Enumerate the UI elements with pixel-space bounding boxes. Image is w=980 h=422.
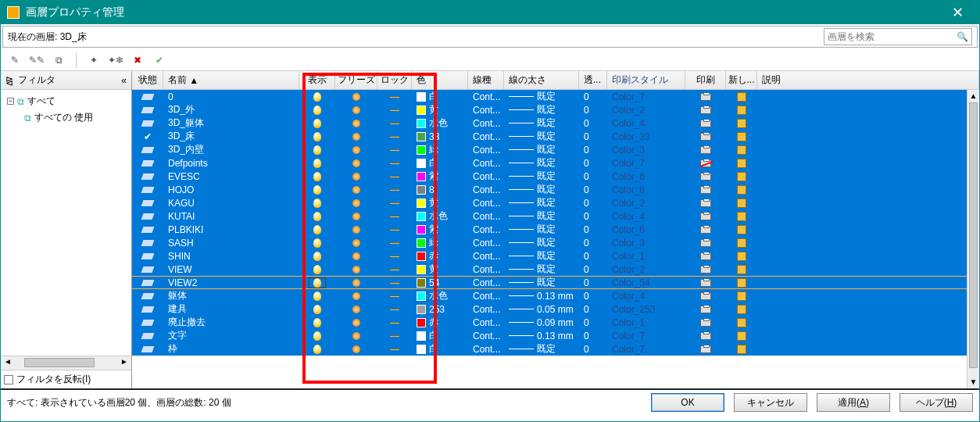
- newvp-icon[interactable]: [737, 345, 746, 354]
- plotstyle-cell[interactable]: Color_2: [607, 264, 685, 275]
- linetype-cell[interactable]: Cont...: [468, 171, 504, 182]
- color-cell[interactable]: 白: [412, 90, 468, 103]
- newvp-icon[interactable]: [737, 185, 746, 195]
- color-cell[interactable]: 33: [412, 131, 468, 142]
- layer-name[interactable]: SASH: [163, 238, 299, 249]
- close-button[interactable]: ✕: [942, 2, 973, 23]
- plotstyle-cell[interactable]: Color_8: [607, 184, 685, 195]
- set-current-button[interactable]: ✔: [150, 52, 169, 69]
- invert-filter-checkbox[interactable]: [4, 375, 13, 384]
- plotstyle-cell[interactable]: Color_1: [607, 251, 685, 262]
- table-row[interactable]: 枠白Cont...既定0Color_7: [132, 342, 979, 356]
- bulb-icon[interactable]: [313, 331, 321, 341]
- cancel-button[interactable]: キャンセル: [734, 393, 807, 412]
- table-row[interactable]: VIEW黄Cont...既定0Color_2: [132, 263, 979, 276]
- sun-icon[interactable]: [352, 345, 360, 353]
- newvp-icon[interactable]: [737, 198, 746, 208]
- color-cell[interactable]: 8: [412, 184, 468, 195]
- lock-icon[interactable]: [389, 309, 400, 310]
- newvp-icon[interactable]: [737, 252, 746, 261]
- bulb-icon[interactable]: [313, 318, 321, 327]
- plotstyle-cell[interactable]: Color_7: [607, 158, 685, 169]
- lock-icon[interactable]: [389, 189, 400, 191]
- printer-icon[interactable]: [700, 106, 711, 114]
- plotstyle-cell[interactable]: Color_4: [607, 291, 685, 302]
- transparency-cell[interactable]: 0: [579, 91, 607, 102]
- lineweight-cell[interactable]: 既定: [504, 249, 579, 263]
- color-cell[interactable]: 水色: [412, 116, 468, 130]
- layer-name[interactable]: KUTAI: [163, 211, 299, 222]
- table-row[interactable]: EVESC紫Cont...既定0Color_6: [132, 170, 979, 183]
- transparency-cell[interactable]: 0: [579, 145, 607, 156]
- apply-button[interactable]: 適用(A): [817, 393, 890, 412]
- color-cell[interactable]: 赤: [412, 316, 468, 329]
- plotstyle-cell[interactable]: Color_7: [607, 91, 685, 102]
- lineweight-cell[interactable]: 0.13 mm: [504, 331, 579, 342]
- linetype-cell[interactable]: Cont...: [468, 145, 504, 156]
- col-print[interactable]: 印刷: [685, 71, 726, 89]
- newvp-icon[interactable]: [737, 265, 746, 274]
- bulb-icon[interactable]: [313, 225, 321, 234]
- newvp-icon[interactable]: [737, 331, 746, 341]
- linetype-cell[interactable]: Cont...: [468, 238, 504, 249]
- plotstyle-cell[interactable]: Color_3: [607, 238, 685, 249]
- lock-icon[interactable]: [389, 176, 400, 177]
- printer-icon[interactable]: [700, 292, 711, 300]
- new-filter-button[interactable]: ✎: [5, 52, 24, 69]
- linetype-cell[interactable]: Cont...: [468, 317, 504, 328]
- table-row[interactable]: PLBKIKI紫Cont...既定0Color_6: [132, 223, 979, 236]
- bulb-icon[interactable]: [313, 159, 321, 168]
- col-newvp[interactable]: 新し...: [726, 71, 757, 89]
- newvp-icon[interactable]: [737, 212, 746, 221]
- lock-icon[interactable]: [389, 269, 400, 270]
- collapse-button[interactable]: «: [121, 75, 127, 86]
- printer-icon[interactable]: [700, 93, 711, 101]
- lineweight-cell[interactable]: 既定: [504, 143, 579, 156]
- table-row[interactable]: ✔3D_床33Cont...既定0Color_33: [132, 130, 979, 143]
- plotstyle-cell[interactable]: Color_3: [607, 145, 685, 156]
- printer-icon[interactable]: [700, 186, 711, 194]
- col-color[interactable]: 色: [412, 71, 468, 89]
- lineweight-cell[interactable]: 既定: [504, 183, 579, 196]
- bulb-icon[interactable]: [313, 92, 321, 102]
- color-cell[interactable]: 紫: [412, 170, 468, 183]
- transparency-cell[interactable]: 0: [579, 344, 607, 355]
- lock-icon[interactable]: [389, 322, 400, 324]
- plotstyle-cell[interactable]: Color_6: [607, 224, 685, 235]
- transparency-cell[interactable]: 0: [579, 277, 607, 288]
- search-icon[interactable]: 🔍: [957, 31, 968, 42]
- new-group-button[interactable]: ✎✎: [27, 52, 46, 69]
- transparency-cell[interactable]: 0: [579, 251, 607, 262]
- plotstyle-cell[interactable]: Color_2: [607, 198, 685, 209]
- lock-icon[interactable]: [389, 229, 400, 231]
- tree-collapse-icon[interactable]: −: [7, 98, 14, 105]
- newvp-icon[interactable]: [737, 278, 746, 288]
- linetype-cell[interactable]: Cont...: [468, 331, 504, 342]
- help-button[interactable]: ヘルプ(H): [900, 393, 973, 412]
- sun-icon[interactable]: [352, 292, 360, 300]
- lineweight-cell[interactable]: 既定: [504, 170, 579, 183]
- table-row[interactable]: KAGU黄Cont...既定0Color_2: [132, 196, 979, 209]
- color-cell[interactable]: 赤: [412, 249, 468, 263]
- bulb-icon[interactable]: [309, 277, 326, 288]
- color-cell[interactable]: 黄: [412, 196, 468, 209]
- layer-name[interactable]: 3D_外: [163, 103, 299, 116]
- bulb-icon[interactable]: [313, 145, 321, 155]
- lineweight-cell[interactable]: 既定: [504, 342, 579, 356]
- lineweight-cell[interactable]: 0.13 mm: [504, 291, 579, 302]
- layer-name[interactable]: 躯体: [163, 289, 299, 302]
- col-transparency[interactable]: 透...: [579, 71, 607, 89]
- linetype-cell[interactable]: Cont...: [468, 198, 504, 209]
- bulb-icon[interactable]: [313, 198, 321, 208]
- layer-name[interactable]: 0: [163, 91, 299, 102]
- lock-icon[interactable]: [389, 163, 400, 164]
- scroll-thumb[interactable]: [969, 102, 978, 368]
- bulb-icon[interactable]: [313, 172, 321, 181]
- bulb-icon[interactable]: [313, 305, 321, 314]
- printer-icon[interactable]: [700, 213, 711, 220]
- delete-layer-button[interactable]: ✖: [128, 52, 147, 69]
- transparency-cell[interactable]: 0: [579, 211, 607, 222]
- plotstyle-cell[interactable]: Color_253: [607, 304, 685, 315]
- layer-name[interactable]: 枠: [163, 342, 299, 356]
- color-cell[interactable]: 253: [412, 304, 468, 315]
